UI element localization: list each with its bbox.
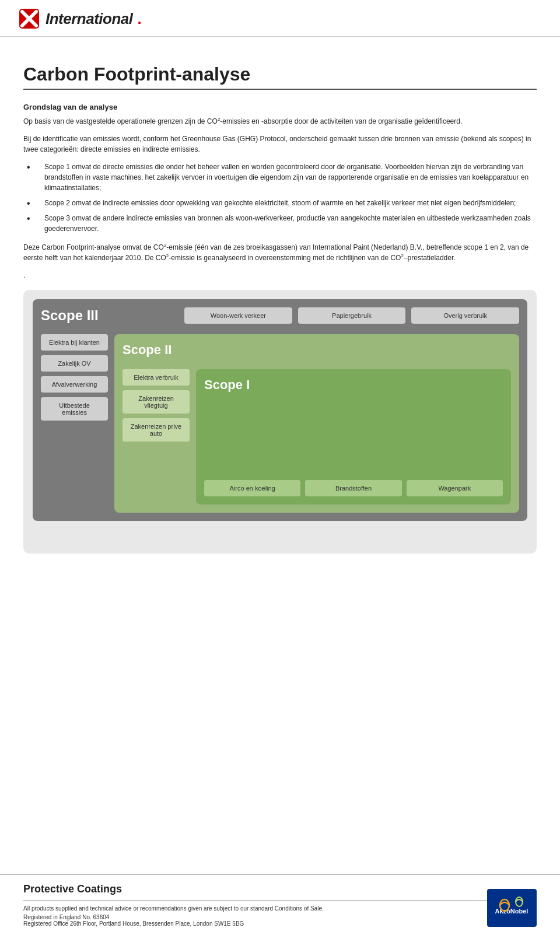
diagram-container: Scope III Woon-werk verkeer Papiergebrui…	[33, 299, 527, 544]
scope3-pill-1: Papiergebruik	[298, 307, 406, 324]
closing-text4: –prestatieladder.	[404, 254, 456, 262]
closing-text1: Deze Carbon Footprint-analyse omvat de C…	[23, 243, 164, 251]
scope-list: Scope 1 omvat de directe emissies die on…	[35, 162, 537, 234]
scope3-left-3: Uitbestede emissies	[41, 397, 108, 421]
scope-diagram: Scope III Woon-werk verkeer Papiergebrui…	[23, 290, 537, 554]
scope1-label: Scope I	[204, 377, 250, 392]
akzonobel-logo: AkzoNobel	[487, 889, 537, 927]
scope1-pill-0: Airco en koeling	[204, 480, 300, 496]
footer-reg1: Registered in England No. 63604	[23, 914, 537, 920]
para2: Bij de identificatie van emissies wordt,…	[23, 134, 537, 155]
main-content: Carbon Footprint-analyse Grondslag van d…	[0, 37, 560, 577]
scope1-text: Scope 1 omvat de directe emissies die on…	[44, 163, 528, 192]
scope3-left-2: Afvalverwerking	[41, 376, 108, 393]
scope2-text: Scope 2 omvat de indirecte emissies door…	[44, 199, 516, 207]
scope1-box: Scope I Airco en koeling Brandstoffen Wa…	[196, 369, 511, 505]
footer-divider	[23, 900, 537, 901]
scope1-pill-2: Wagenpark	[407, 480, 503, 496]
brand-dot: .	[138, 10, 142, 28]
footer-brand: Protective Coatings	[23, 883, 537, 895]
scope2-left-1: Zakenreizen vliegtuig	[123, 390, 190, 414]
list-item-scope3: Scope 3 omvat de andere indirecte emissi…	[35, 213, 537, 234]
closing-paragraph: Deze Carbon Footprint-analyse omvat de C…	[23, 242, 537, 263]
scope2-box: Scope II Elektra verbruik Zakenreizen vl…	[114, 334, 519, 513]
scope3-left-1: Zakelijk OV	[41, 355, 108, 372]
akzonobel-logo-area: AkzoNobel	[487, 889, 537, 929]
intro-text1: Op basis van de vastgestelde operationel…	[23, 117, 218, 125]
brand-name: International	[46, 10, 133, 28]
footer-reg2: Registered Office 26th Floor, Portland H…	[23, 920, 537, 927]
list-item-scope2: Scope 2 omvat de indirecte emissies door…	[35, 198, 537, 208]
intro-paragraph: Op basis van de vastgestelde operationel…	[23, 116, 537, 127]
page-title: Carbon Footprint-analyse	[23, 64, 537, 85]
scope2-left-2: Zakenreizen prive auto	[123, 418, 190, 442]
international-x-logo	[18, 7, 41, 30]
scope1-pill-1: Brandstoffen	[305, 480, 401, 496]
scope3-pill-2: Overig verbruik	[411, 307, 519, 324]
scope3-top-pills: Woon-werk verkeer Papiergebruik Overig v…	[184, 307, 519, 324]
section-heading: Grondslag van de analyse	[23, 103, 537, 111]
scope2-label: Scope II	[123, 342, 172, 357]
scope3-box: Scope III Woon-werk verkeer Papiergebrui…	[33, 299, 527, 521]
scope2-left-col: Elektra verbruik Zakenreizen vliegtuig Z…	[123, 369, 190, 442]
scope3-left-col: Elektra bij klanten Zakelijk OV Afvalver…	[41, 334, 108, 421]
intro-text2: -emissies en -absorptie door de activite…	[220, 117, 462, 125]
title-divider	[23, 89, 537, 90]
footer-legal: All products supplied and technical advi…	[23, 905, 537, 912]
list-item-scope1: Scope 1 omvat de directe emissies die on…	[35, 162, 537, 193]
header: International.	[0, 0, 560, 37]
scope3-text: Scope 3 omvat de andere indirecte emissi…	[44, 214, 531, 233]
dot-spacer: .	[23, 270, 537, 281]
scope3-pill-0: Woon-werk verkeer	[184, 307, 292, 324]
scope3-label: Scope III	[41, 307, 99, 323]
scope3-left-0: Elektra bij klanten	[41, 334, 108, 351]
scope1-bottom-pills: Airco en koeling Brandstoffen Wagenpark	[204, 480, 503, 496]
logo: International.	[18, 7, 142, 30]
spacer	[0, 577, 560, 752]
scope2-left-0: Elektra verbruik	[123, 369, 190, 386]
footer: Protective Coatings All products supplie…	[0, 874, 560, 935]
closing-text3: -emissie is geanalyseerd in overeenstemm…	[169, 254, 401, 262]
